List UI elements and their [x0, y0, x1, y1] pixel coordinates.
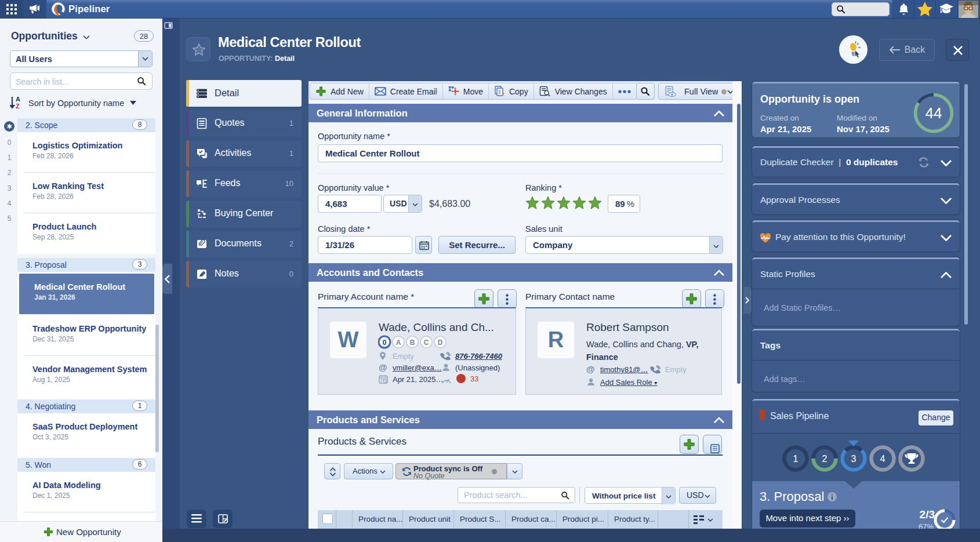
svg-text:0: 0	[383, 339, 387, 347]
svg-text:3: 3	[851, 454, 856, 464]
svg-text:D: D	[438, 339, 443, 347]
svg-text:A: A	[16, 96, 20, 103]
svg-text:4: 4	[880, 454, 885, 464]
svg-text:44: 44	[925, 104, 942, 122]
svg-text:C: C	[424, 339, 429, 347]
svg-text:Z: Z	[16, 103, 20, 109]
svg-text:A: A	[396, 339, 401, 347]
svg-text:B: B	[410, 339, 415, 347]
svg-text:2: 2	[822, 454, 827, 464]
svg-text:1: 1	[793, 454, 798, 464]
